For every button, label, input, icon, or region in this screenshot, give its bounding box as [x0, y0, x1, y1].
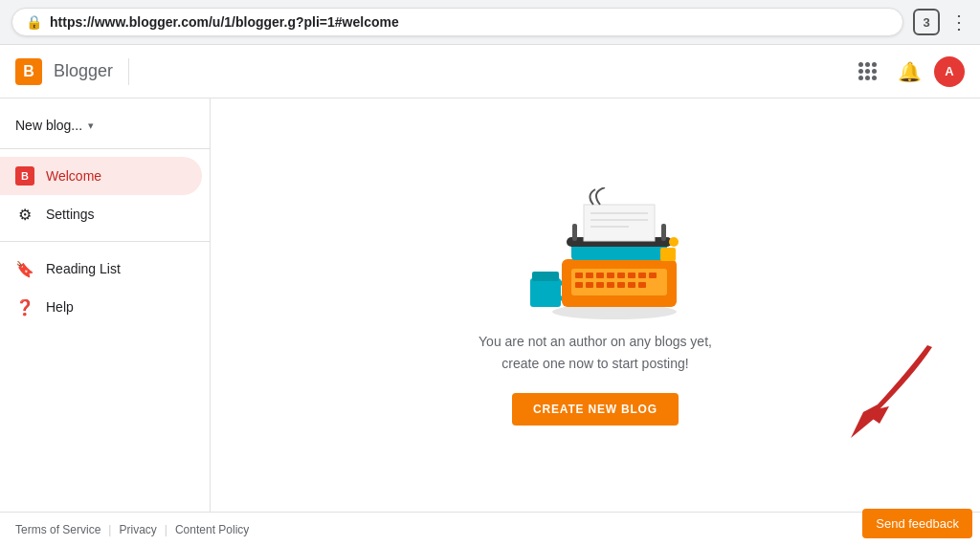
message-line-1: You are not an author on any blogs yet,: [479, 334, 712, 349]
browser-menu-icon[interactable]: ⋮: [949, 11, 969, 33]
sidebar-item-reading-list[interactable]: 🔖 Reading List: [0, 250, 202, 288]
footer-link-privacy[interactable]: Privacy: [119, 523, 156, 536]
sidebar-divider-1: [0, 148, 210, 149]
no-blogs-message: You are not an author on any blogs yet, …: [479, 331, 712, 374]
sidebar-item-help-label: Help: [46, 299, 74, 315]
sidebar-item-welcome-label: Welcome: [46, 168, 101, 184]
svg-rect-9: [617, 273, 625, 278]
sidebar-item-welcome[interactable]: B Welcome: [0, 157, 202, 195]
message-line-2: create one now to start posting!: [501, 356, 688, 371]
dropdown-arrow-icon: ▾: [88, 120, 94, 132]
url-domain: www.blogger.com: [95, 14, 209, 30]
typewriter-illustration: [519, 187, 672, 312]
address-bar[interactable]: 🔒 https://www.blogger.com/u/1/blogger.g?…: [11, 8, 903, 36]
bell-icon: 🔔: [898, 60, 922, 83]
svg-point-28: [669, 237, 679, 247]
svg-rect-17: [617, 282, 625, 288]
logo-letter: B: [23, 63, 34, 80]
footer-link-terms[interactable]: Terms of Service: [15, 523, 100, 536]
svg-rect-23: [661, 224, 666, 241]
url-text: https://www.blogger.com/u/1/blogger.g?pl…: [50, 14, 399, 30]
sidebar-item-settings[interactable]: ⚙ Settings: [0, 195, 202, 233]
svg-marker-30: [851, 406, 889, 438]
blogger-b-icon: B: [15, 166, 34, 186]
footer-link-content-policy[interactable]: Content Policy: [175, 523, 249, 536]
svg-rect-2: [532, 272, 559, 281]
svg-rect-7: [596, 273, 604, 278]
url-path: /u/1/blogger.g?pli=1#welcome: [209, 14, 399, 30]
grid-icon: [858, 62, 877, 80]
apps-icon-button[interactable]: [850, 55, 884, 89]
notifications-icon-button[interactable]: 🔔: [892, 55, 926, 89]
sidebar-divider-2: [0, 241, 210, 242]
arrow-annotation: [741, 338, 951, 462]
lock-icon: 🔒: [26, 14, 42, 30]
blogger-logo: B: [15, 58, 42, 85]
tab-count[interactable]: 3: [913, 9, 940, 35]
sidebar: New blog... ▾ B Welcome ⚙ Settings 🔖 Rea…: [0, 98, 211, 514]
svg-rect-12: [649, 273, 657, 278]
sidebar-item-settings-label: Settings: [46, 207, 95, 222]
app-title: Blogger: [54, 61, 113, 81]
browser-chrome: 🔒 https://www.blogger.com/u/1/blogger.g?…: [0, 0, 980, 45]
sidebar-item-help[interactable]: ❓ Help: [0, 288, 202, 326]
svg-rect-5: [575, 273, 583, 278]
footer: Terms of Service | Privacy | Content Pol…: [0, 512, 980, 546]
svg-rect-15: [596, 282, 604, 288]
settings-icon: ⚙: [15, 205, 34, 224]
svg-rect-29: [660, 248, 676, 261]
content-area: You are not an author on any blogs yet, …: [211, 98, 980, 514]
help-icon: ❓: [15, 297, 34, 317]
svg-rect-11: [638, 273, 646, 278]
footer-sep-2: |: [165, 523, 167, 536]
svg-rect-14: [586, 282, 593, 288]
svg-rect-1: [530, 278, 561, 307]
svg-rect-16: [607, 282, 614, 288]
svg-rect-6: [586, 273, 593, 278]
header-icons: 🔔 A: [850, 55, 965, 89]
header-divider: [128, 58, 129, 85]
svg-rect-19: [638, 282, 646, 288]
footer-links: Terms of Service | Privacy | Content Pol…: [15, 523, 249, 536]
send-feedback-button[interactable]: Send feedback: [862, 509, 972, 538]
svg-rect-18: [628, 282, 635, 288]
svg-rect-10: [628, 273, 635, 278]
new-blog-button[interactable]: New blog... ▾: [0, 110, 210, 141]
svg-rect-13: [575, 282, 583, 288]
svg-rect-8: [607, 273, 614, 278]
app-header: B Blogger 🔔 A: [0, 45, 980, 98]
user-avatar[interactable]: A: [934, 56, 965, 87]
typewriter-svg: [519, 187, 691, 321]
main-layout: New blog... ▾ B Welcome ⚙ Settings 🔖 Rea…: [0, 98, 980, 514]
svg-rect-24: [584, 205, 655, 241]
sidebar-item-reading-list-label: Reading List: [46, 261, 121, 276]
url-prefix: https://: [50, 14, 95, 30]
new-blog-label: New blog...: [15, 118, 82, 133]
svg-rect-22: [572, 224, 577, 241]
footer-sep-1: |: [108, 523, 111, 536]
create-new-blog-button[interactable]: CREATE NEW BLOG: [512, 393, 679, 426]
reading-list-icon: 🔖: [15, 259, 34, 278]
